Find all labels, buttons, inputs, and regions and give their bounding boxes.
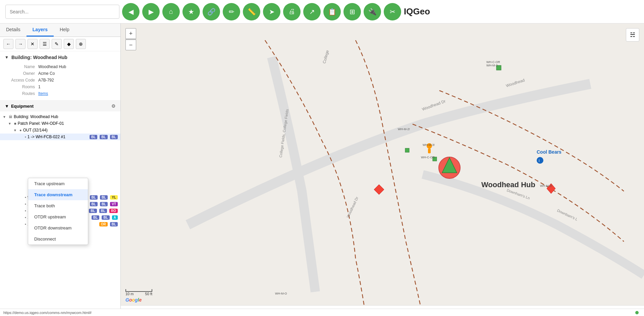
badge11-bl-2: BL [99, 209, 107, 213]
ctx-otdr-downstream[interactable]: OTDR downstream [28, 222, 88, 233]
label-owner: Owner [5, 71, 38, 76]
google-logo: Google [125, 297, 142, 303]
svg-rect-17 [428, 149, 431, 153]
detail-access-code: Access Code A7B-792 [5, 77, 116, 84]
bookmarks-button[interactable]: ★ [182, 3, 200, 20]
out-icon: ● [19, 128, 22, 132]
share-button[interactable]: ↗ [303, 3, 321, 20]
group-button[interactable]: ⊞ [343, 3, 361, 20]
equipment-expand-icon: ▼ [5, 104, 9, 109]
status-bar: https://demo.us.iqgeo.com/comms-nm/mywco… [0, 309, 644, 316]
map-scale: 10 m 50 ft [125, 289, 152, 296]
equipment-tree: ▼ 🏛 Building: Woodhead Hub ▼ ■ Patch Pan… [0, 111, 120, 229]
top-toolbar: ◀ ▶ ⌂ ★ 🔗 ✏ 📏 ➤ 🖨 ↗ 📋 ⊞ 🔌 ✂ IQGeo [0, 0, 644, 23]
tools-button[interactable]: ✂ [384, 3, 401, 20]
list-view-button[interactable]: ☰ [40, 39, 50, 49]
patch-panel-icon: ■ [14, 121, 16, 125]
detail-name: Name Woodhead Hub [5, 63, 116, 70]
badge12-bl-2: BL [102, 215, 109, 220]
link-button[interactable]: 🔗 [203, 3, 220, 20]
map-zoom-controls: + − [125, 28, 136, 50]
svg-text:WH-M-2!: WH-M-2! [540, 184, 552, 188]
building-header[interactable]: ▼ Building: Woodhead Hub [5, 55, 116, 60]
value-rooms: 1 [38, 85, 41, 89]
scale-meters: 10 m [125, 292, 133, 296]
zoom-to-button[interactable]: ⊕ [76, 39, 86, 49]
route-button[interactable]: ◆ [64, 39, 74, 49]
forward-button[interactable]: ▶ [142, 3, 160, 20]
close-button[interactable]: ✕ [28, 39, 38, 49]
nav-back-button[interactable]: ← [3, 39, 13, 49]
value-access-code: A7B-792 [38, 78, 54, 83]
edit-button[interactable]: ✏ [223, 3, 240, 20]
ctx-disconnect[interactable]: Disconnect [28, 233, 88, 245]
badge9-bl-1: BL [90, 195, 98, 200]
woodhead-hub-map-label: Woodhead Hub [481, 180, 535, 189]
svg-rect-14 [405, 148, 409, 152]
tree-connection-1[interactable]: • 1 -> WH-FCB-022 #1 BL BL BL [0, 134, 120, 140]
badge-bl-1: BL [90, 135, 97, 139]
status-indicator [635, 311, 639, 314]
badge12-a: A [112, 215, 118, 220]
tree-out[interactable]: ▼ ● OUT (32/144) [0, 127, 120, 134]
badge12-bl-1: BL [92, 215, 99, 220]
nav-forward-button[interactable]: → [15, 39, 25, 49]
svg-text:i: i [539, 158, 540, 163]
edit-view-button[interactable]: ✎ [52, 39, 62, 49]
label-rooms: Rooms [5, 85, 38, 89]
equipment-section: ▼ Equipment ⚙ ▼ 🏛 Building: Woodhead Hub… [0, 100, 120, 229]
badge10-vt: VT [110, 202, 118, 206]
svg-text:WH-C-OR: WH-C-OR [421, 156, 435, 159]
tree-root[interactable]: ▼ 🏛 Building: Woodhead Hub [0, 113, 120, 120]
label-access-code: Access Code [5, 78, 38, 83]
home-button[interactable]: ⌂ [162, 3, 180, 20]
layers-button[interactable]: ☵ [626, 28, 639, 42]
badge11-bl-1: BL [89, 209, 97, 213]
tree-patch-label: Patch Panel: WH-ODF-01 [18, 121, 118, 126]
ctx-otdr-upstream[interactable]: OTDR upstream [28, 211, 88, 222]
value-name: Woodhead Hub [38, 64, 66, 69]
tab-layers[interactable]: Layers [26, 23, 54, 37]
ctx-trace-upstream[interactable]: Trace upstream [28, 178, 88, 189]
badge13-or: OR [99, 222, 108, 226]
badge9-yl: YL [110, 195, 118, 200]
left-panel: Details Layers Help ← → ✕ ☰ ✎ ◆ ⊕ ▼ Buil… [0, 23, 121, 316]
zoom-in-button[interactable]: + [125, 28, 136, 39]
detail-owner: Owner Acme Co [5, 70, 116, 77]
search-input[interactable] [5, 5, 119, 19]
report-button[interactable]: 📋 [323, 3, 341, 20]
tab-help[interactable]: Help [54, 23, 75, 37]
svg-text:WH-M-O: WH-M-O [275, 292, 287, 295]
building-chevron-icon: ▼ [5, 55, 9, 60]
badge13-bl: BL [110, 222, 118, 226]
badge-bl-3: BL [110, 135, 118, 139]
navigate-button[interactable]: ➤ [263, 3, 280, 20]
root-expand-icon: ▼ [3, 115, 7, 119]
zoom-out-button[interactable]: − [125, 40, 136, 50]
svg-text:WH-M-2!: WH-M-2! [398, 127, 410, 131]
tree-conn1-label: 1 -> WH-FCB-022 #1 [28, 135, 87, 139]
main-layout: Details Layers Help ← → ✕ ☰ ✎ ◆ ⊕ ▼ Buil… [0, 23, 644, 316]
scale-feet: 50 ft [145, 292, 152, 296]
tab-details[interactable]: Details [0, 23, 26, 37]
panel-content: ▼ Building: Woodhead Hub Name Woodhead H… [0, 51, 120, 316]
connect-button[interactable]: 🔌 [364, 3, 381, 20]
ctx-trace-downstream[interactable]: Trace downstream [28, 189, 88, 200]
value-owner: Acme Co [38, 71, 55, 76]
ctx-trace-both[interactable]: Trace both [28, 200, 88, 211]
conn1-icon: • [25, 135, 26, 139]
patch-expand-icon: ▼ [8, 122, 13, 125]
tree-out-label: OUT (32/144) [23, 128, 118, 133]
equipment-title: Equipment [11, 104, 109, 109]
back-button[interactable]: ◀ [122, 3, 140, 20]
svg-text:WH-M-3!: WH-M-3! [423, 143, 435, 147]
print-button[interactable]: 🖨 [283, 3, 301, 20]
cool-bears-label: Cool Bears [537, 149, 561, 155]
gear-icon[interactable]: ⚙ [111, 103, 116, 109]
conn9-icon: • [25, 195, 26, 199]
measure-button[interactable]: 📏 [243, 3, 260, 20]
badge10-bl-1: BL [90, 202, 98, 206]
value-routes[interactable]: Items [38, 91, 48, 96]
tree-patch-panel[interactable]: ▼ ■ Patch Panel: WH-ODF-01 [0, 120, 120, 127]
equipment-header[interactable]: ▼ Equipment ⚙ [0, 101, 120, 111]
